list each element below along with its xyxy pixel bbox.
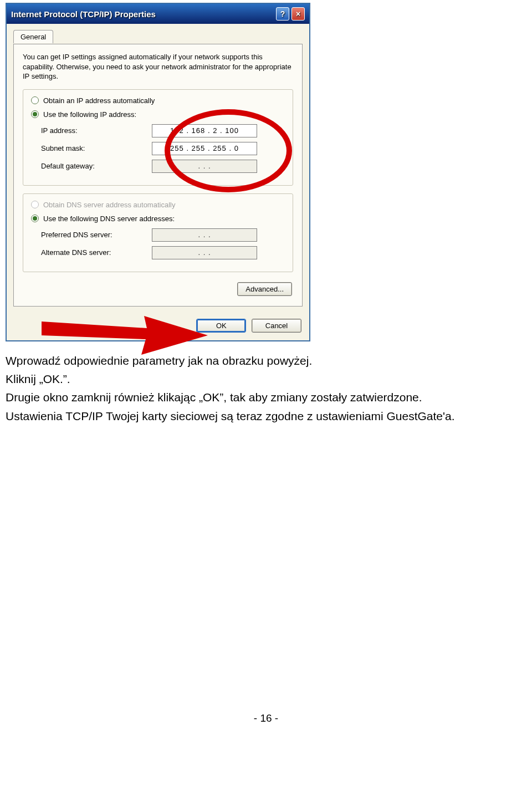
alternate-dns-label: Alternate DNS server: <box>41 248 152 257</box>
window-title: Internet Protocol (TCP/IP) Properties <box>11 9 156 19</box>
ip-address-input[interactable]: 192 . 168 . 2 . 100 <box>152 124 257 137</box>
radio-icon <box>31 201 39 208</box>
dns-group: Obtain DNS server address automatically … <box>23 193 293 272</box>
advanced-button[interactable]: Advanced... <box>237 282 292 296</box>
preferred-dns-label: Preferred DNS server: <box>41 231 152 239</box>
radio-label: Use the following DNS server addresses: <box>43 215 175 223</box>
intro-text: You can get IP settings assigned automat… <box>23 52 293 81</box>
radio-icon <box>31 215 39 222</box>
radio-use-ip[interactable]: Use the following IP address: <box>31 110 285 119</box>
instruction-line: Drugie okno zamknij również klikając „OK… <box>6 389 526 405</box>
instruction-line: Wprowadź odpowiednie parametry jak na ob… <box>6 353 526 369</box>
subnet-mask-label: Subnet mask: <box>41 144 152 152</box>
radio-icon <box>31 110 39 118</box>
ok-button[interactable]: OK <box>196 319 246 333</box>
radio-obtain-ip-auto[interactable]: Obtain an IP address automatically <box>31 96 285 105</box>
radio-icon <box>31 96 39 104</box>
subnet-mask-input[interactable]: 255 . 255 . 255 . 0 <box>152 142 257 155</box>
preferred-dns-input[interactable]: . . . <box>152 228 257 242</box>
cancel-button[interactable]: Cancel <box>252 319 301 333</box>
instruction-line: Ustawienia TCP/IP Twojej karty sieciowej… <box>6 408 526 424</box>
tab-strip: General <box>13 29 303 44</box>
instruction-line: Kliknij „OK.”. <box>6 371 526 387</box>
titlebar: Internet Protocol (TCP/IP) Properties ? … <box>7 4 309 24</box>
radio-label: Obtain DNS server address automatically <box>43 201 175 209</box>
default-gateway-label: Default gateway: <box>41 162 152 170</box>
radio-obtain-dns-auto: Obtain DNS server address automatically <box>31 201 285 209</box>
instruction-text: Wprowadź odpowiednie parametry jak na ob… <box>6 353 526 425</box>
dialog-buttons: OK Cancel <box>7 313 309 340</box>
default-gateway-input[interactable]: . . . <box>152 160 257 173</box>
tcpip-properties-window: Internet Protocol (TCP/IP) Properties ? … <box>6 3 310 341</box>
tab-panel-general: You can get IP settings assigned automat… <box>13 44 303 307</box>
radio-label: Obtain an IP address automatically <box>43 96 155 105</box>
radio-use-dns[interactable]: Use the following DNS server addresses: <box>31 215 285 223</box>
tab-general[interactable]: General <box>13 30 53 43</box>
alternate-dns-input[interactable]: . . . <box>152 246 257 259</box>
close-icon[interactable]: × <box>291 7 305 21</box>
page-number: - 16 - <box>6 712 526 724</box>
ip-address-label: IP address: <box>41 126 152 135</box>
help-icon[interactable]: ? <box>276 7 289 21</box>
ip-group: Obtain an IP address automatically Use t… <box>23 89 293 186</box>
radio-label: Use the following IP address: <box>43 110 136 119</box>
